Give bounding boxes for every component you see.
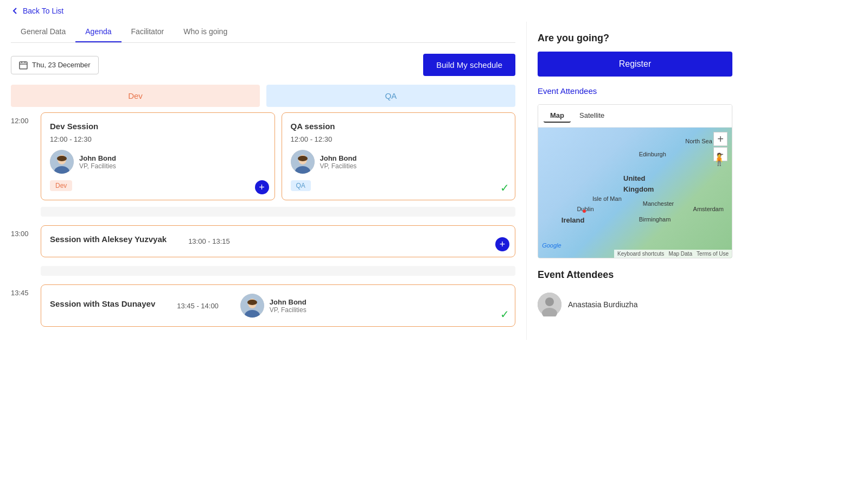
map-visual: Edinburgh North Sea United Kingdom Isle … [538, 128, 732, 258]
tag-qa: QA [291, 180, 311, 191]
agenda-toolbar: Thu, 23 December Build My schedule [11, 54, 515, 76]
back-to-list-link[interactable]: Back To List [0, 0, 868, 22]
session-title-qa: QA session [291, 122, 507, 131]
session-checked-qa: ✓ [500, 181, 509, 194]
avatar-img-dev [50, 150, 74, 174]
tab-general-data[interactable]: General Data [11, 22, 75, 42]
pegman-icon: 🧍 [712, 153, 726, 166]
build-schedule-button[interactable]: Build My schedule [423, 54, 515, 76]
session-time-dev: 12:00 - 12:30 [50, 135, 266, 143]
time-label-1345: 13:45 [11, 284, 41, 297]
map-label-isle-of-man: Isle of Man [592, 195, 622, 202]
session-title-stas: Session with Stas Dunayev [50, 299, 155, 308]
session-card-stas: Session with Stas Dunayev 13:45 - 14:00 [41, 284, 515, 327]
track-header-qa: QA [266, 85, 515, 107]
speaker-name-dev: John Bond [79, 154, 116, 162]
map-zoom-in-button[interactable]: + [713, 132, 727, 146]
map-tab-satellite[interactable]: Satellite [573, 109, 611, 123]
tag-dev: Dev [50, 180, 72, 191]
right-panel: Are you going? Register Event Attendees … [526, 22, 743, 340]
are-you-going-label: Are you going? [538, 33, 732, 44]
map-tab-map[interactable]: Map [544, 109, 571, 123]
speaker-row-qa: John Bond VP, Facilities [291, 150, 507, 174]
map-label-google: Google [542, 242, 561, 249]
attendee-name-0: Anastasia Burdiuzha [568, 300, 637, 309]
calendar-icon [19, 61, 28, 69]
map-dot-dublin [583, 210, 586, 213]
speaker-title-qa: VP, Facilities [320, 162, 357, 170]
map-label-ireland: Ireland [561, 216, 585, 224]
spacer-1 [11, 202, 515, 221]
sessions-area-1345: Session with Stas Dunayev 13:45 - 14:00 [41, 284, 515, 327]
speaker-name-stas: John Bond [270, 298, 307, 306]
event-attendees-title: Event Attendees [538, 269, 732, 281]
session-card-dev: Dev Session 12:00 - 12:30 [41, 112, 275, 200]
session-content-aleksey: Session with Aleksey Yuzvyak 13:00 - 13:… [50, 235, 506, 248]
track-headers: Dev QA [11, 85, 515, 107]
speaker-info-dev: John Bond VP, Facilities [79, 154, 116, 170]
speaker-row-stas: John Bond VP, Facilities [240, 294, 307, 318]
svg-rect-0 [20, 62, 27, 69]
attendee-avatar-img-0 [538, 293, 561, 316]
avatar-img-qa [291, 150, 315, 174]
speaker-title-dev: VP, Facilities [79, 162, 116, 170]
map-label-north-sea: North Sea [685, 138, 712, 144]
session-time-qa: 12:00 - 12:30 [291, 135, 507, 143]
session-card-aleksey: Session with Aleksey Yuzvyak 13:00 - 13:… [41, 225, 515, 257]
map-pegman[interactable]: 🧍 [712, 153, 726, 167]
date-picker-button[interactable]: Thu, 23 December [11, 56, 99, 74]
track-header-dev: Dev [11, 85, 260, 107]
tabs-nav: General Data Agenda Facilitator Who is g… [11, 22, 515, 43]
event-attendees-section: Event Attendees Anastasia Burdiuzha [538, 269, 732, 321]
add-session-dev-button[interactable]: + [255, 180, 269, 194]
tab-facilitator[interactable]: Facilitator [122, 22, 174, 42]
map-label-uk: United [623, 174, 645, 182]
avatar-img-stas [240, 294, 264, 318]
sessions-area-1200: Dev Session 12:00 - 12:30 [41, 112, 515, 200]
map-label-amsterdam: Amsterdam [693, 206, 724, 212]
speaker-avatar-stas [240, 294, 264, 318]
speaker-info-qa: John Bond VP, Facilities [320, 154, 357, 170]
spacer-bar-1 [41, 207, 515, 217]
date-label: Thu, 23 December [32, 61, 91, 69]
spacer-2 [11, 262, 515, 280]
svg-point-12 [247, 300, 257, 305]
map-tabs: Map Satellite [538, 105, 732, 128]
register-button[interactable]: Register [538, 52, 732, 77]
map-background: Edinburgh North Sea United Kingdom Isle … [538, 128, 732, 258]
back-link-label: Back To List [23, 7, 63, 15]
spacer-bar-2 [41, 266, 515, 276]
speaker-title-stas: VP, Facilities [270, 306, 307, 314]
attendee-row-0: Anastasia Burdiuzha [538, 288, 732, 321]
map-container: Map Satellite Edinburgh North Sea United… [538, 104, 732, 258]
svg-point-14 [545, 297, 554, 306]
map-label-edinburgh: Edinburgh [639, 151, 666, 157]
speaker-row-dev: John Bond VP, Facilities [50, 150, 266, 174]
left-panel: General Data Agenda Facilitator Who is g… [0, 22, 526, 340]
session-card-qa: QA session 12:00 - 12:30 [282, 112, 516, 200]
sessions-row-1200: Dev Session 12:00 - 12:30 [41, 112, 515, 200]
session-title-dev: Dev Session [50, 122, 266, 131]
time-label-1200: 12:00 [11, 112, 41, 125]
session-title-aleksey: Session with Aleksey Yuzvyak [50, 235, 167, 244]
map-label-birmingham: Birmingham [639, 216, 671, 223]
attendee-avatar-0 [538, 293, 561, 316]
sessions-area-1300: Session with Aleksey Yuzvyak 13:00 - 13:… [41, 225, 515, 257]
speaker-avatar-dev [50, 150, 74, 174]
time-label-1300: 13:00 [11, 225, 41, 238]
speaker-avatar-qa [291, 150, 315, 174]
time-row-1300: 13:00 Session with Aleksey Yuzvyak 13:00… [11, 225, 515, 257]
session-time-stas: 13:45 - 14:00 [177, 302, 219, 310]
tab-agenda[interactable]: Agenda [75, 22, 121, 42]
time-row-1345: 13:45 Session with Stas Dunayev 13:45 - … [11, 284, 515, 327]
tab-who-is-going[interactable]: Who is going [174, 22, 237, 42]
arrow-left-icon [11, 7, 20, 15]
speaker-name-qa: John Bond [320, 154, 357, 162]
map-label-uk2: Kingdom [623, 185, 654, 193]
event-attendees-link[interactable]: Event Attendees [538, 86, 732, 96]
add-session-aleksey-button[interactable]: + [495, 237, 509, 251]
map-footer: Keyboard shortcuts Map Data Terms of Use [614, 250, 732, 258]
session-time-aleksey: 13:00 - 13:15 [188, 237, 230, 245]
session-content-stas: Session with Stas Dunayev 13:45 - 14:00 [50, 294, 506, 318]
svg-point-4 [57, 156, 67, 161]
